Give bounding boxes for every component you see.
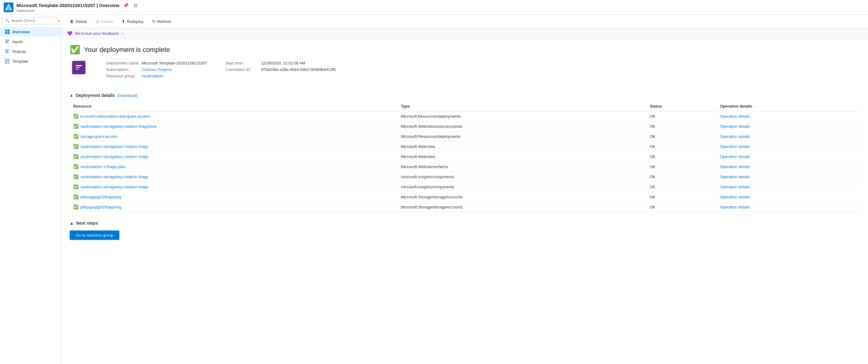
go-to-resource-group-button[interactable]: Go to resource group bbox=[70, 230, 119, 240]
toolbar: 🗑 Delete ⊘ Cancel ⬆ Redeploy ↻ Refresh bbox=[61, 15, 868, 28]
status-cell-5: OK bbox=[646, 162, 716, 172]
deployment-details-header[interactable]: ▲ Deployment details (Download) bbox=[70, 93, 860, 98]
resource-cell-4: ✅ vaultrotation-storagekey-rotation-fnap… bbox=[70, 151, 397, 162]
resource-link-7[interactable]: vaultrotation-storagekey-rotation-fnapp bbox=[80, 185, 148, 189]
resource-link-9[interactable]: p6tyugajzjp52fnappstrg bbox=[80, 205, 121, 209]
subscription-link[interactable]: Contoso Projects bbox=[142, 67, 172, 72]
op-link-4[interactable]: Operation details bbox=[720, 155, 750, 159]
content-area: 🗑 Delete ⊘ Cancel ⬆ Redeploy ↻ Refresh 💜… bbox=[61, 15, 868, 364]
op-cell-4: Operation details bbox=[716, 151, 860, 162]
table-row: ✅ kv-event-subscription-and-grant-access… bbox=[70, 111, 860, 121]
refresh-button[interactable]: ↻ Refresh bbox=[148, 17, 175, 26]
pin-button[interactable]: 📌 bbox=[122, 2, 130, 9]
resource-link-1[interactable]: vaultrotation-storagekey-rotation-fnapp/… bbox=[80, 124, 157, 129]
page-content: ✅ Your deployment is complete D bbox=[61, 38, 868, 364]
row-success-icon: ✅ bbox=[73, 124, 79, 129]
table-row: ✅ p6tyugajzjp52fnappstrg Microsoft.Stora… bbox=[70, 202, 860, 212]
sidebar-item-template[interactable]: Template bbox=[0, 56, 61, 66]
success-icon: ✅ bbox=[70, 45, 80, 55]
resource-cell-8: ✅ p6tyugajzjp52fnappstrg bbox=[70, 192, 397, 202]
download-link[interactable]: (Download) bbox=[117, 93, 137, 98]
op-link-8[interactable]: Operation details bbox=[720, 195, 750, 199]
row-success-icon: ✅ bbox=[73, 114, 79, 119]
row-success-icon: ✅ bbox=[73, 134, 79, 139]
svg-rect-11 bbox=[5, 51, 8, 52]
print-button[interactable]: ⊟ bbox=[132, 2, 139, 9]
sidebar-item-inputs[interactable]: Inputs bbox=[0, 37, 61, 47]
svg-rect-8 bbox=[5, 41, 8, 42]
main-layout: 🔍 « Overview Inputs bbox=[0, 15, 868, 364]
svg-rect-10 bbox=[5, 50, 9, 50]
svg-rect-6 bbox=[8, 32, 9, 34]
search-box[interactable]: 🔍 « bbox=[2, 17, 58, 24]
op-link-0[interactable]: Operation details bbox=[720, 114, 750, 119]
op-link-7[interactable]: Operation details bbox=[720, 185, 750, 189]
correlation-value: 470e246e-a38e-40ed-b9b2-06469b8412f6 bbox=[261, 67, 336, 72]
svg-rect-9 bbox=[5, 43, 8, 43]
sidebar-item-outputs[interactable]: Outputs bbox=[0, 47, 61, 56]
type-cell-2: Microsoft.Resources/deployments bbox=[397, 132, 646, 141]
op-link-2[interactable]: Operation details bbox=[720, 134, 750, 139]
resource-link-6[interactable]: vaultrotation-storagekey-rotation-fnapp bbox=[80, 174, 148, 179]
refresh-icon: ↻ bbox=[152, 19, 156, 24]
resource-link-4[interactable]: vaultrotation-storagekey-rotation-fnapp bbox=[80, 155, 148, 159]
page-title-block: Microsoft.Template-20201228115207 | Over… bbox=[17, 2, 139, 12]
feedback-text[interactable]: We'd love your feedback! → bbox=[75, 31, 124, 36]
table-row: ✅ vaultrotation-storagekey-rotation-fnap… bbox=[70, 121, 860, 132]
op-link-1[interactable]: Operation details bbox=[720, 124, 750, 129]
op-link-9[interactable]: Operation details bbox=[720, 205, 750, 209]
search-input[interactable] bbox=[11, 19, 57, 23]
type-cell-6: microsoft.insights/components bbox=[397, 172, 646, 182]
deployment-name-row: Deployment name: Microsoft.Template-2020… bbox=[106, 61, 207, 65]
cancel-button[interactable]: ⊘ Cancel bbox=[92, 17, 117, 26]
svg-rect-4 bbox=[8, 30, 9, 31]
resource-link-2[interactable]: storage-grant-access bbox=[80, 134, 118, 139]
delete-button[interactable]: 🗑 Delete bbox=[66, 17, 91, 26]
col-resource: Resource bbox=[70, 102, 397, 111]
table-row: ✅ vaultrotation-storagekey-rotation-fnap… bbox=[70, 182, 860, 192]
deployment-icon bbox=[72, 61, 86, 74]
type-cell-1: Microsoft.Web/sites/sourcecontrols bbox=[397, 121, 646, 132]
resource-cell-3: ✅ vaultrotation-storagekey-rotation-fnap… bbox=[70, 141, 397, 151]
op-cell-7: Operation details bbox=[716, 182, 860, 192]
sidebar-item-overview[interactable]: Overview bbox=[0, 27, 61, 37]
start-time-value: 12/28/2020, 11:52:08 AM bbox=[261, 61, 305, 65]
feedback-icon: 💜 bbox=[67, 31, 72, 36]
type-cell-8: Microsoft.Storage/storageAccounts bbox=[397, 192, 646, 202]
type-cell-4: Microsoft.Web/sites bbox=[397, 151, 646, 162]
op-link-5[interactable]: Operation details bbox=[720, 164, 750, 169]
template-icon bbox=[5, 59, 10, 63]
table-row: ✅ vaultrotation-1-fnapp-plan Microsoft.W… bbox=[70, 162, 860, 172]
row-success-icon: ✅ bbox=[73, 154, 79, 159]
status-cell-2: OK bbox=[646, 132, 716, 141]
svg-rect-7 bbox=[5, 40, 9, 40]
correlation-row: Correlation ID: 470e246e-a38e-40ed-b9b2-… bbox=[226, 67, 336, 72]
svg-rect-5 bbox=[5, 32, 7, 34]
next-steps-header[interactable]: ▲ Next steps bbox=[70, 221, 860, 226]
deploy-svg-icon bbox=[74, 63, 83, 72]
resource-group-row: Resource group: vaultrotation bbox=[106, 74, 207, 78]
deployment-header: ✅ Your deployment is complete bbox=[70, 45, 860, 55]
outputs-icon bbox=[5, 49, 10, 54]
op-link-6[interactable]: Operation details bbox=[720, 174, 750, 179]
redeploy-button[interactable]: ⬆ Redeploy bbox=[118, 17, 147, 26]
next-steps-toggle: ▲ bbox=[70, 221, 74, 226]
redeploy-icon: ⬆ bbox=[122, 19, 125, 24]
resource-link-0[interactable]: kv-event-subscription-and-grant-access bbox=[80, 114, 150, 119]
op-cell-8: Operation details bbox=[716, 192, 860, 202]
row-success-icon: ✅ bbox=[73, 144, 79, 149]
resource-link-8[interactable]: p6tyugajzjp52fnappstrg bbox=[80, 195, 121, 199]
collapse-button[interactable]: « bbox=[57, 19, 61, 23]
resource-link-5[interactable]: vaultrotation-1-fnapp-plan bbox=[80, 164, 125, 169]
table-row: ✅ storage-grant-access Microsoft.Resourc… bbox=[70, 132, 860, 141]
status-cell-1: OK bbox=[646, 121, 716, 132]
row-success-icon: ✅ bbox=[73, 164, 79, 169]
resource-cell-0: ✅ kv-event-subscription-and-grant-access bbox=[70, 111, 397, 121]
resource-cell-1: ✅ vaultrotation-storagekey-rotation-fnap… bbox=[70, 121, 397, 132]
info-col-right: Start time: 12/28/2020, 11:52:08 AM Corr… bbox=[226, 61, 336, 78]
resource-link-3[interactable]: vaultrotation-storagekey-rotation-fnapp bbox=[80, 144, 148, 149]
op-link-3[interactable]: Operation details bbox=[720, 144, 750, 149]
resource-group-link[interactable]: vaultrotation bbox=[142, 74, 163, 78]
page-subtitle: Deployment bbox=[17, 9, 139, 12]
section-label: Deployment details bbox=[76, 93, 115, 98]
